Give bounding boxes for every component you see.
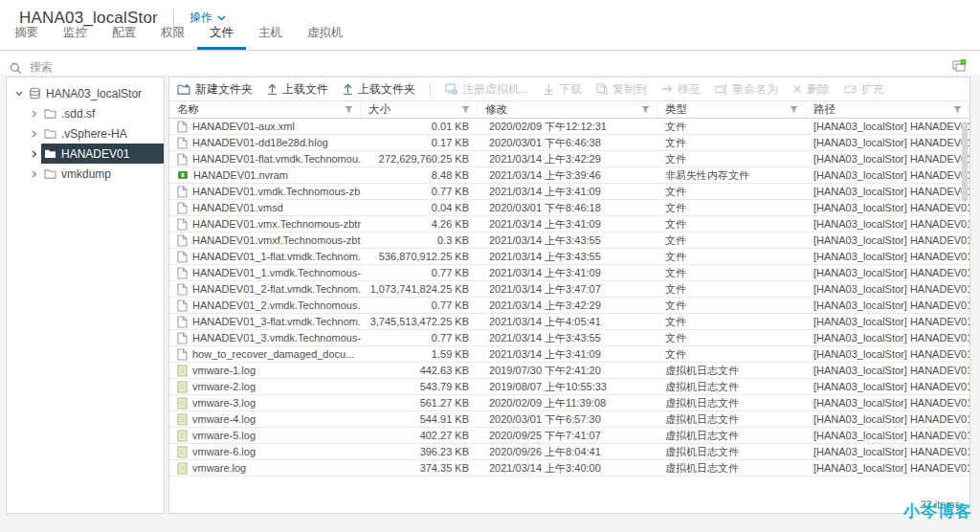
toolbar-button-download[interactable]: 下载 <box>544 81 582 98</box>
file-icon <box>177 299 188 312</box>
tree-root-datastore[interactable]: HANA03_localStor <box>7 83 164 103</box>
column-header-2[interactable]: 大小 <box>361 101 478 118</box>
file-modified: 2021/03/14 上午3:41:09 <box>478 346 657 362</box>
file-type: 文件 <box>657 249 806 264</box>
toolbar-button-move[interactable]: 移至 <box>661 81 701 98</box>
toolbar-button-new-folder[interactable]: 新建文件夹 <box>177 81 253 98</box>
table-row[interactable]: vmware-4.log544.91 KB2020/03/01 下午6:57:3… <box>169 411 969 428</box>
table-row[interactable]: HANADEV01.vmxf.Technomous-zbt...0.3 KB20… <box>169 233 969 249</box>
toolbar-button-delete[interactable]: 删除 <box>792 81 830 98</box>
chevron-down-icon <box>217 15 226 21</box>
table-row[interactable]: HANADEV01_2.vmdk.Technomous...0.77 KB202… <box>169 298 969 314</box>
table-row[interactable]: vmware-1.log442.63 KB2019/07/30 下午2:41:2… <box>169 363 969 379</box>
log-icon <box>177 381 188 393</box>
table-row[interactable]: HANADEV01.vmx.Technomous-zbtr...4.26 KB2… <box>169 216 969 233</box>
tree-item-label: vmkdump <box>61 167 111 181</box>
file-type: 虚拟机日志文件 <box>657 379 806 394</box>
item-count: 22 items <box>920 499 960 510</box>
toolbar-button-copy[interactable]: 复制到 <box>596 81 647 98</box>
table-row[interactable]: HANADEV01.vmsd0.04 KB2020/03/01 下午8:46:1… <box>169 200 969 216</box>
tab-3[interactable]: 配置 <box>100 25 148 50</box>
tree-item--vsphere-ha[interactable]: .vSphere-HA <box>7 123 164 144</box>
file-icon <box>177 186 188 198</box>
file-name: vmware-4.log <box>192 413 256 425</box>
file-size: 544.91 KB <box>361 411 478 427</box>
actions-menu-button[interactable]: 操作 <box>189 10 226 26</box>
table-row[interactable]: HANADEV01_1-flat.vmdk.Technom...536,870,… <box>169 249 969 265</box>
tree-item-label: HANADEV01 <box>61 147 129 161</box>
toolbar-button-register-vm[interactable]: 注册虚拟机... <box>445 81 529 98</box>
file-size: 0.17 KB <box>361 135 478 150</box>
file-size: 0.04 KB <box>361 200 478 215</box>
tree-item-hanadev01[interactable]: HANADEV01 <box>7 144 164 164</box>
table-row[interactable]: HANADEV01.nvram8.48 KB2021/03/14 上午3:39:… <box>169 167 969 184</box>
log-icon <box>177 397 188 410</box>
file-modified: 2020/03/01 下午8:46:18 <box>478 200 657 215</box>
tree-item-vmkdump[interactable]: vmkdump <box>7 164 164 184</box>
file-name: HANADEV01.vmdk.Technomous-zb... <box>192 186 361 197</box>
tab-6[interactable]: 主机 <box>246 25 295 50</box>
file-path: [HANA03_localStor] HANADEV01/HAN... <box>806 265 969 280</box>
column-header-4[interactable]: 类型 <box>657 101 806 118</box>
file-name: HANADEV01-flat.vmdk.Technomou... <box>192 153 361 165</box>
tab-4[interactable]: 权限 <box>148 25 197 50</box>
filter-icon[interactable] <box>641 105 650 114</box>
tab-5[interactable]: 文件 <box>197 25 246 50</box>
toolbar-button-inflate[interactable]: 扩充 <box>844 81 884 98</box>
table-row[interactable]: HANADEV01-dd18e28d.hlog0.17 KB2020/03/01… <box>169 135 969 151</box>
column-header-5[interactable]: 路径 <box>806 101 969 118</box>
tree-item--sdd-sf[interactable]: .sdd.sf <box>7 103 164 123</box>
table-row[interactable]: HANADEV01-aux.xml0.01 KB2020/02/09 下午12:… <box>169 119 969 135</box>
table-row[interactable]: vmware-6.log396.23 KB2020/09/26 上午8:04:4… <box>169 444 969 460</box>
toolbar-button-label: 删除 <box>807 81 830 98</box>
file-type: 文件 <box>657 135 806 150</box>
file-modified: 2021/03/14 上午3:42:29 <box>478 298 657 313</box>
file-type: 文件 <box>657 281 806 297</box>
toolbar-button-upload[interactable]: 上载文件夹 <box>343 81 415 98</box>
file-name: vmware-3.log <box>192 397 256 409</box>
file-modified: 2021/03/14 上午3:41:09 <box>478 184 657 199</box>
tree-item-label: .sdd.sf <box>61 107 95 121</box>
toolbar-button-label: 下载 <box>559 81 582 98</box>
table-row[interactable]: HANADEV01-flat.vmdk.Technomou...272,629,… <box>169 151 969 167</box>
column-header-3[interactable]: 修改 <box>478 101 657 118</box>
file-icon <box>177 283 188 296</box>
open-new-window-icon[interactable] <box>952 58 967 72</box>
file-path: [HANA03_localStor] HANADEV01/vmw... <box>806 363 969 378</box>
file-path: [HANA03_localStor] HANADEV01/HAN... <box>806 119 969 134</box>
tab-1[interactable]: 摘要 <box>2 25 51 50</box>
table-row[interactable]: HANADEV01_2-flat.vmdk.Technom...1,073,74… <box>169 281 969 298</box>
table-row[interactable]: HANADEV01.vmdk.Technomous-zb...0.77 KB20… <box>169 184 969 200</box>
file-icon <box>177 251 188 263</box>
table-row[interactable]: vmware-3.log561.27 KB2020/02/09 上午11:39:… <box>169 395 969 411</box>
table-row[interactable]: HANADEV01_1.vmdk.Technomous-...0.77 KB20… <box>169 265 969 281</box>
filter-icon[interactable] <box>790 105 798 114</box>
file-icon <box>177 267 188 279</box>
table-row[interactable]: vmware-5.log402.27 KB2020/09/25 下午7:41:0… <box>169 428 969 444</box>
tab-2[interactable]: 监控 <box>51 25 100 50</box>
table-row[interactable]: how_to_recover_damaged_docu...1.59 KB202… <box>169 346 969 363</box>
tab-7[interactable]: 虚拟机 <box>295 25 356 50</box>
table-row[interactable]: HANADEV01_3-flat.vmdk.Technom...3,745,51… <box>169 314 969 330</box>
file-size: 0.77 KB <box>361 184 478 199</box>
file-icon <box>177 121 188 133</box>
file-modified: 2021/03/14 上午3:47:07 <box>478 281 657 297</box>
file-modified: 2021/03/14 上午3:40:00 <box>478 460 657 476</box>
file-modified: 2021/03/14 上午3:43:55 <box>478 330 657 345</box>
toolbar-button-rename[interactable]: 重命名为 <box>715 81 778 98</box>
filter-icon[interactable] <box>345 105 353 114</box>
file-name: HANADEV01_2.vmdk.Technomous... <box>192 299 361 311</box>
table-row[interactable]: vmware.log374.35 KB2021/03/14 上午3:40:00虚… <box>169 460 969 477</box>
title-divider <box>173 10 174 27</box>
filter-icon[interactable] <box>953 105 962 114</box>
column-header-1[interactable]: 名称 <box>169 101 361 118</box>
table-row[interactable]: vmware-2.log543.79 KB2019/08/07 上午10:55:… <box>169 379 969 395</box>
table-row[interactable]: HANADEV01_3.vmdk.Technomous-...0.77 KB20… <box>169 330 969 346</box>
log-icon <box>177 446 188 458</box>
file-size: 272,629,760.25 KB <box>361 151 478 166</box>
tree-root-label: HANA03_localStor <box>46 87 142 100</box>
filter-icon[interactable] <box>461 105 470 114</box>
toolbar-button-upload[interactable]: 上载文件 <box>267 81 328 98</box>
chevron-right-icon <box>32 170 37 178</box>
vertical-scrollbar[interactable] <box>962 122 968 202</box>
